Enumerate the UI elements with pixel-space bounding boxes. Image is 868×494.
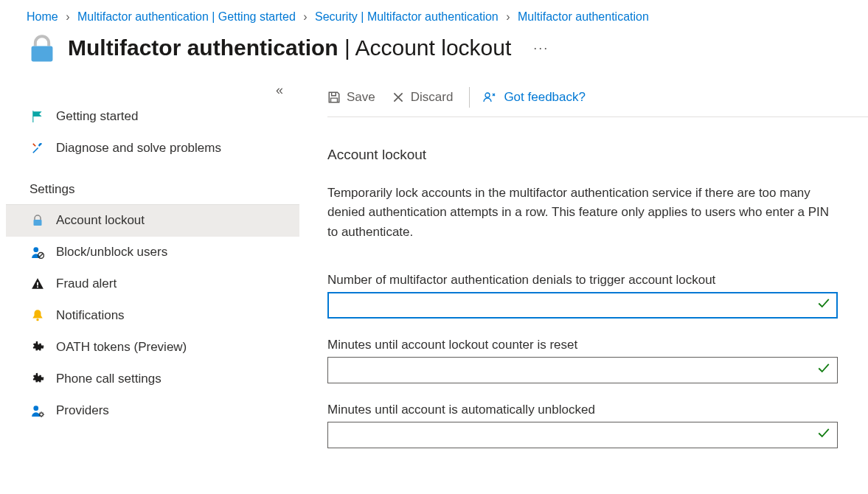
sidebar-item-label: Diagnose and solve problems (56, 141, 221, 156)
check-icon (817, 362, 830, 379)
page-header: Multifactor authentication | Account loc… (0, 28, 868, 77)
command-bar: Save Discard Got feedback? (327, 77, 868, 117)
sidebar-item-fraud-alert[interactable]: Fraud alert (6, 268, 299, 300)
sidebar-item-label: Notifications (56, 308, 125, 323)
sidebar-item-notifications[interactable]: Notifications (6, 300, 299, 332)
unblock-minutes-input[interactable] (327, 422, 838, 448)
sidebar-item-oath-tokens[interactable]: OATH tokens (Preview) (6, 332, 299, 363)
sidebar-item-label: Providers (56, 403, 109, 418)
svg-point-7 (36, 319, 38, 321)
save-icon (327, 91, 341, 104)
sidebar-section-settings: Settings (6, 164, 299, 205)
feedback-icon (483, 91, 498, 104)
close-icon (392, 91, 405, 104)
svg-point-10 (485, 93, 490, 97)
page-title-sep: | (338, 35, 355, 60)
sidebar-item-label: Phone call settings (56, 372, 162, 386)
page-title-strong: Multifactor authentication (68, 35, 338, 60)
svg-point-8 (33, 406, 38, 411)
save-button[interactable]: Save (327, 90, 375, 105)
save-label: Save (347, 90, 375, 105)
flag-icon (29, 110, 46, 123)
sidebar-item-block-users[interactable]: Block/unblock users (6, 237, 299, 268)
field-label-denials: Number of multifactor authentication den… (327, 273, 838, 288)
gear-icon (29, 341, 46, 354)
divider (469, 87, 470, 108)
chevron-right-icon: › (303, 10, 307, 23)
chevron-right-icon: › (66, 10, 69, 23)
feedback-link[interactable]: Got feedback? (483, 90, 586, 105)
feedback-label: Got feedback? (504, 90, 586, 105)
more-menu-icon[interactable]: ··· (533, 41, 549, 56)
sidebar: « Getting started Diagnose and solve pro… (6, 77, 299, 467)
chevron-right-icon: › (506, 10, 510, 23)
user-block-icon (29, 246, 46, 259)
lock-icon (27, 32, 58, 63)
gear-icon (29, 372, 46, 386)
tools-icon (29, 142, 46, 155)
lock-icon (29, 215, 46, 226)
user-gear-icon (29, 404, 46, 417)
field-denials: Number of multifactor authentication den… (327, 273, 838, 319)
sidebar-item-label: Fraud alert (56, 276, 117, 291)
svg-line-4 (39, 254, 44, 258)
check-icon (817, 297, 830, 314)
breadcrumb-mfa[interactable]: Multifactor authentication (518, 10, 649, 23)
field-label-reset: Minutes until account lockout counter is… (327, 338, 838, 352)
sidebar-item-label: Block/unblock users (56, 245, 167, 260)
breadcrumb-mfa-getting-started[interactable]: Multifactor authentication | Getting sta… (77, 10, 296, 23)
sidebar-item-label: Account lockout (56, 213, 145, 228)
sidebar-item-phone-call[interactable]: Phone call settings (6, 363, 299, 395)
bell-icon (29, 309, 46, 322)
sidebar-item-label: OATH tokens (Preview) (56, 340, 187, 355)
sidebar-item-account-lockout[interactable]: Account lockout (6, 205, 299, 237)
breadcrumb-home[interactable]: Home (27, 10, 58, 23)
field-label-unblock: Minutes until account is automatically u… (327, 403, 838, 417)
svg-rect-0 (32, 46, 53, 61)
discard-label: Discard (411, 90, 454, 105)
denials-input[interactable] (327, 292, 838, 319)
section-description: Temporarily lock accounts in the multifa… (327, 184, 836, 242)
breadcrumb-security-mfa[interactable]: Security | Multifactor authentication (315, 10, 499, 23)
breadcrumb: Home › Multifactor authentication | Gett… (0, 0, 868, 28)
field-reset-minutes: Minutes until account lockout counter is… (327, 338, 838, 383)
content-body: Account lockout Temporarily lock account… (327, 117, 868, 448)
reset-minutes-input[interactable] (327, 357, 838, 383)
sidebar-item-label: Getting started (56, 109, 139, 124)
svg-rect-1 (34, 220, 42, 226)
sidebar-item-diagnose[interactable]: Diagnose and solve problems (6, 133, 299, 164)
check-icon (817, 427, 830, 444)
sidebar-item-getting-started[interactable]: Getting started (6, 101, 299, 133)
sidebar-item-providers[interactable]: Providers (6, 395, 299, 427)
svg-point-2 (33, 247, 38, 252)
main-content: Save Discard Got feedback? Account locko… (299, 77, 868, 467)
warn-icon (29, 277, 46, 291)
page-title: Multifactor authentication | Account loc… (68, 35, 511, 60)
field-unblock-minutes: Minutes until account is automatically u… (327, 403, 838, 448)
svg-rect-6 (37, 286, 38, 288)
section-heading: Account lockout (327, 147, 838, 163)
discard-button[interactable]: Discard (392, 90, 454, 105)
page-title-rest: Account lockout (355, 35, 511, 60)
collapse-sidebar-icon[interactable]: « (6, 83, 299, 101)
svg-rect-5 (37, 282, 38, 286)
